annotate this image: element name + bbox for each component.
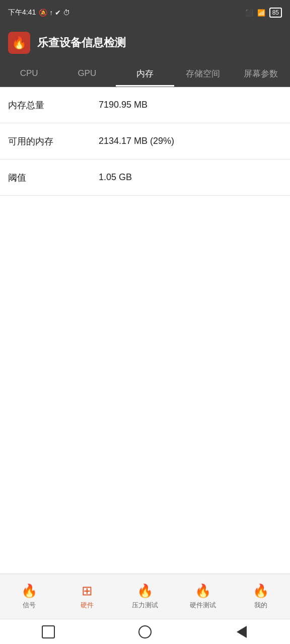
tab-gpu[interactable]: GPU <box>58 60 116 87</box>
memory-available-label: 可用的内存 <box>8 135 89 147</box>
nav-hardware-label: 硬件 <box>81 601 94 610</box>
status-bar: 下午4:41 🔕 ↑ ✔ ⏱ ⬛ 📶 85 <box>0 0 290 25</box>
nav-signal[interactable]: 🔥 信号 <box>0 574 58 619</box>
recents-button[interactable] <box>41 625 55 639</box>
status-time: 下午4:41 <box>8 8 36 17</box>
nav-hwtest-label: 硬件测试 <box>190 601 216 610</box>
bottom-nav: 🔥 信号 ⊞ 硬件 🔥 压力测试 🔥 硬件测试 🔥 我的 <box>0 574 290 619</box>
nav-hardware[interactable]: ⊞ 硬件 <box>58 574 116 619</box>
tab-cpu[interactable]: CPU <box>0 60 58 87</box>
app-icon: 🔥 <box>8 32 30 54</box>
memory-available-row: 可用的内存 2134.17 MB (29%) <box>0 123 290 159</box>
wifi-icon: 📶 <box>257 9 265 17</box>
system-bar <box>0 619 290 644</box>
memory-total-label: 内存总量 <box>8 99 89 111</box>
tab-bar: CPU GPU 内存 存储空间 屏幕参数 <box>0 60 290 87</box>
battery-indicator: 85 <box>269 8 282 18</box>
nav-mine-label: 我的 <box>254 601 267 610</box>
status-icons: 🔕 ↑ ✔ ⏱ <box>39 9 70 17</box>
app-header: 🔥 乐查设备信息检测 <box>0 25 290 60</box>
nav-mine[interactable]: 🔥 我的 <box>232 574 290 619</box>
home-button[interactable] <box>138 625 152 639</box>
hwtest-icon: 🔥 <box>195 583 211 599</box>
nav-hwtest[interactable]: 🔥 硬件测试 <box>174 574 232 619</box>
nav-signal-label: 信号 <box>23 601 36 610</box>
nav-stress-label: 压力测试 <box>132 601 158 610</box>
signal-icon: 🔥 <box>21 583 37 599</box>
back-button[interactable] <box>235 625 249 639</box>
stress-icon: 🔥 <box>137 583 153 599</box>
memory-threshold-row: 阈值 1.05 GB <box>0 159 290 196</box>
memory-threshold-value: 1.05 GB <box>99 172 132 183</box>
memory-available-value: 2134.17 MB (29%) <box>99 136 174 146</box>
status-right: ⬛ 📶 85 <box>245 8 282 18</box>
memory-threshold-label: 阈值 <box>8 172 89 184</box>
mine-icon: 🔥 <box>253 583 269 599</box>
memory-total-row: 内存总量 7190.95 MB <box>0 87 290 123</box>
nav-stress[interactable]: 🔥 压力测试 <box>116 574 174 619</box>
hardware-icon: ⊞ <box>82 583 93 599</box>
content-area: 内存总量 7190.95 MB 可用的内存 2134.17 MB (29%) 阈… <box>0 87 290 574</box>
app-title: 乐查设备信息检测 <box>37 35 126 50</box>
tab-screen[interactable]: 屏幕参数 <box>232 60 290 87</box>
memory-total-value: 7190.95 MB <box>99 100 148 110</box>
tab-storage[interactable]: 存储空间 <box>174 60 232 87</box>
screen-record-icon: ⬛ <box>245 9 253 17</box>
tab-memory[interactable]: 内存 <box>116 60 174 87</box>
status-left: 下午4:41 🔕 ↑ ✔ ⏱ <box>8 8 70 17</box>
